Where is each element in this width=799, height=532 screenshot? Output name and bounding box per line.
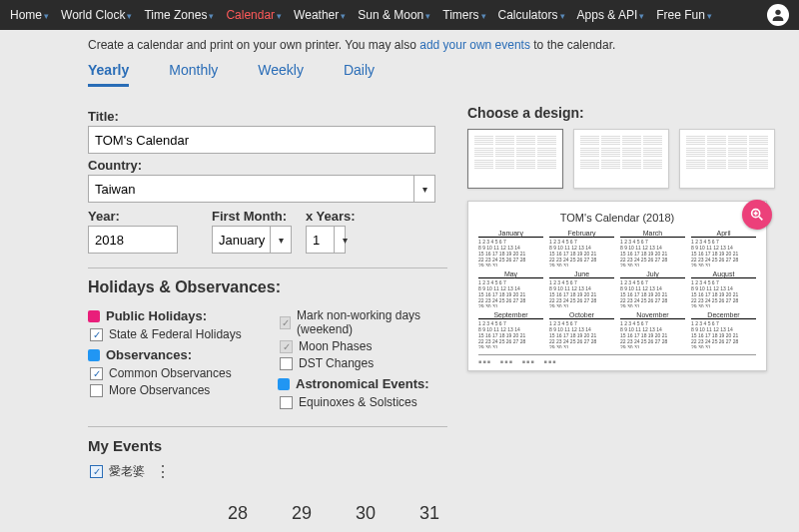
first-month-select[interactable]: January (212, 226, 292, 254)
preview-column: Choose a design: TOM's Calendar (2018) J… (467, 105, 789, 483)
nav-free-fun[interactable]: Free Fun▾ (656, 8, 712, 22)
nav-timers[interactable]: Timers▾ (442, 8, 485, 22)
tab-daily[interactable]: Daily (344, 62, 375, 87)
title-label: Title: (88, 109, 447, 124)
account-icon[interactable] (767, 4, 789, 26)
preview-month: August1 2 3 4 5 6 78 9 10 11 12 13 1415 … (691, 270, 756, 307)
observances-head: Observances: (88, 347, 258, 362)
choose-design-head: Choose a design: (467, 105, 789, 121)
preview-month: January1 2 3 4 5 6 78 9 10 11 12 13 1415… (478, 230, 543, 266)
label-mark-weekend: Mark non-working days (weekend) (297, 308, 447, 336)
preview-month: September1 2 3 4 5 6 78 9 10 11 12 13 14… (478, 311, 543, 348)
checkbox-my-event-1[interactable]: ✓ (90, 465, 103, 478)
nav-calendar[interactable]: Calendar▾ (226, 8, 282, 22)
preview-month: June1 2 3 4 5 6 78 9 10 11 12 13 1415 16… (549, 270, 614, 307)
week-numbers: 28 29 30 31 (88, 503, 711, 524)
tab-weekly[interactable]: Weekly (258, 62, 304, 87)
my-event-1-label: 愛老婆 (109, 463, 145, 480)
preview-month: July1 2 3 4 5 6 78 9 10 11 12 13 1415 16… (620, 270, 685, 307)
holidays-section-title: Holidays & Observances: (88, 278, 447, 296)
preview-month: February1 2 3 4 5 6 78 9 10 11 12 13 141… (549, 230, 614, 266)
add-events-link[interactable]: add your own events (419, 38, 530, 52)
tab-monthly[interactable]: Monthly (169, 62, 218, 87)
checkbox-eq-sol[interactable] (280, 396, 293, 409)
design-thumb-1[interactable] (467, 129, 563, 189)
blue-square-icon (278, 378, 290, 390)
nav-calculators[interactable]: Calculators▾ (498, 8, 565, 22)
x-years-select[interactable]: 1 (306, 226, 346, 254)
nav-home[interactable]: Home▾ (10, 8, 49, 22)
svg-point-0 (775, 10, 780, 15)
more-dots-icon[interactable]: ⋮ (155, 462, 171, 481)
label-state-federal: State & Federal Holidays (109, 327, 242, 341)
title-input[interactable] (88, 126, 435, 154)
year-input[interactable] (88, 226, 178, 254)
checkbox-common-obs[interactable]: ✓ (90, 367, 103, 380)
country-select[interactable]: Taiwan (88, 175, 435, 203)
label-eq-sol: Equinoxes & Solstices (299, 395, 417, 409)
x-years-label: x Years: (306, 209, 356, 224)
nav-apps-api[interactable]: Apps & API▾ (577, 8, 645, 22)
pink-square-icon (88, 310, 100, 322)
intro-text: Create a calendar and print on your own … (0, 30, 799, 62)
zoom-button[interactable] (742, 200, 772, 230)
label-dst: DST Changes (299, 356, 374, 370)
period-tabs: Yearly Monthly Weekly Daily (0, 62, 799, 95)
astro-head: Astronomical Events: (278, 376, 447, 391)
tab-yearly[interactable]: Yearly (88, 62, 129, 87)
preview-footer: ■ ■ ■■ ■ ■■ ■ ■■ ■ ■ (478, 354, 756, 364)
label-common-obs: Common Observances (109, 366, 232, 380)
my-events-head: My Events (88, 437, 447, 454)
design-thumb-2[interactable] (573, 129, 669, 189)
top-nav: Home▾ World Clock▾ Time Zones▾ Calendar▾… (0, 0, 799, 30)
blue-square-icon (88, 349, 100, 361)
checkbox-mark-weekend[interactable]: ✓ (280, 316, 291, 329)
design-thumb-3[interactable] (679, 129, 775, 189)
nav-sun-moon[interactable]: Sun & Moon▾ (358, 8, 430, 22)
checkbox-state-federal[interactable]: ✓ (90, 328, 103, 341)
calendar-preview: TOM's Calendar (2018) January1 2 3 4 5 6… (467, 201, 767, 371)
nav-time-zones[interactable]: Time Zones▾ (144, 8, 214, 22)
nav-world-clock[interactable]: World Clock▾ (61, 8, 132, 22)
preview-month: May1 2 3 4 5 6 78 9 10 11 12 13 1415 16 … (478, 270, 543, 307)
bottom-area: 28 29 30 31 Holidays: 1: 中華民國開國紀念日/元旦 Pr… (88, 503, 711, 532)
year-label: Year: (88, 209, 178, 224)
preview-month: April1 2 3 4 5 6 78 9 10 11 12 13 1415 1… (691, 230, 756, 266)
svg-line-2 (759, 217, 762, 220)
nav-weather[interactable]: Weather▾ (294, 8, 346, 22)
first-month-label: First Month: (212, 209, 292, 224)
preview-month: November1 2 3 4 5 6 78 9 10 11 12 13 141… (620, 311, 685, 348)
checkbox-moon-phases[interactable]: ✓ (280, 340, 293, 353)
label-moon-phases: Moon Phases (299, 339, 372, 353)
preview-title: TOM's Calendar (2018) (478, 212, 756, 224)
preview-month: December1 2 3 4 5 6 78 9 10 11 12 13 141… (691, 311, 756, 348)
label-more-obs: More Observances (109, 383, 210, 397)
checkbox-more-obs[interactable] (90, 384, 103, 397)
preview-month: March1 2 3 4 5 6 78 9 10 11 12 13 1415 1… (620, 230, 685, 266)
preview-month: October1 2 3 4 5 6 78 9 10 11 12 13 1415… (549, 311, 614, 348)
public-holidays-head: Public Holidays: (88, 308, 258, 323)
checkbox-dst[interactable] (280, 357, 293, 370)
country-label: Country: (88, 158, 447, 173)
form-column: Title: Country: Taiwan ▾ Year: First Mon… (88, 105, 447, 483)
